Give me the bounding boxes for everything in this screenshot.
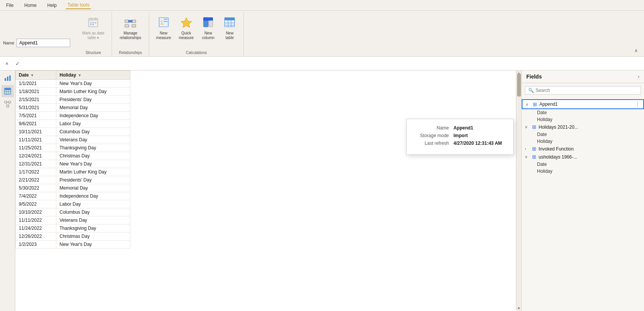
field-item-label-Holiday: Holiday: [537, 169, 552, 174]
formula-input[interactable]: [25, 61, 641, 66]
menu-table-tools[interactable]: Table tools: [66, 2, 91, 9]
field-table-name-1: Holidays 2021-20...: [539, 124, 641, 130]
cell-holiday: New Year's Day: [56, 160, 130, 168]
data-table-container[interactable]: Date ▼ Holiday ▼ 1/1/2021: [15, 70, 516, 311]
cell-date: 7/5/2021: [16, 112, 56, 120]
manage-relationships-button[interactable]: Manage relationships: [117, 15, 144, 41]
quick-measure-icon: [180, 16, 192, 30]
table-row: 1/2/2023 New Year's Day: [16, 241, 130, 249]
table-row: 2/15/2021 Presidents' Day: [16, 96, 130, 104]
fields-search-input[interactable]: [536, 88, 637, 93]
table-row: 9/5/2022 Labor Day: [16, 200, 130, 208]
fields-search-bar[interactable]: 🔍: [525, 86, 641, 95]
new-table-label: Newtable: [225, 31, 234, 40]
svg-rect-22: [204, 18, 213, 20]
new-column-label: Newcolumn: [202, 31, 214, 40]
tooltip-name-label: Name: [414, 125, 449, 131]
table-row: 12/31/2021 New Year's Day: [16, 160, 130, 168]
formula-confirm-button[interactable]: ✓: [14, 61, 21, 67]
col-date-header[interactable]: Date ▼: [16, 71, 56, 80]
date-filter-icon[interactable]: ▼: [30, 73, 34, 77]
field-item-Date[interactable]: Date: [522, 131, 644, 138]
manage-relationships-label: Manage relationships: [119, 31, 142, 40]
cell-date: 10/11/2021: [16, 128, 56, 136]
field-table-1[interactable]: ∨ ⊞ Holidays 2021-20...: [522, 123, 644, 131]
table-row: 2/21/2022 Presidents' Day: [16, 176, 130, 184]
chevron-icon-2: ›: [525, 147, 529, 151]
field-item-Holiday[interactable]: Holiday: [522, 138, 644, 145]
field-item-Date[interactable]: Date: [522, 161, 644, 168]
table-options-0[interactable]: ⋮: [635, 101, 640, 107]
cell-holiday: Veterans Day: [56, 136, 130, 144]
new-column-button[interactable]: Newcolumn: [199, 15, 217, 41]
table-row: 11/11/2021 Veterans Day: [16, 136, 130, 144]
cell-date: 12/31/2021: [16, 160, 56, 168]
cell-date: 11/24/2022: [16, 224, 56, 232]
tooltip-refresh-label: Last refresh: [414, 141, 449, 146]
svg-rect-7: [90, 24, 92, 25]
new-measure-button[interactable]: Σ Newmeasure: [154, 15, 173, 41]
menu-home[interactable]: Home: [23, 2, 38, 9]
field-item-Holiday[interactable]: Holiday: [522, 116, 644, 123]
table-row: 10/10/2022 Columbus Day: [16, 208, 130, 216]
field-table-0[interactable]: ∨ ⊞ Append1 ⋮: [522, 99, 644, 109]
data-view-icon[interactable]: [2, 85, 14, 97]
table-row: 5/30/2022 Memorial Day: [16, 184, 130, 192]
scroll-thumb[interactable]: [517, 74, 521, 97]
cell-holiday: Martin Luther King Day: [56, 168, 130, 176]
ribbon-group-structure-buttons: Mark as date table ▾: [79, 14, 107, 51]
table-scrollbar[interactable]: ▲ ▼: [516, 70, 521, 311]
field-table-name-3: usholidays 1966-...: [539, 154, 641, 160]
main-area: Date ▼ Holiday ▼ 1/1/2021: [0, 70, 644, 311]
left-panel: [0, 70, 15, 311]
mark-date-table-button[interactable]: Mark as date table ▾: [79, 15, 107, 41]
field-item-Date[interactable]: Date: [522, 109, 644, 116]
menu-bar: File Home Help Table tools: [0, 0, 644, 11]
ribbon-group-structure: Mark as date table ▾ Structure: [75, 12, 112, 56]
mark-date-table-label: Mark as date table ▾: [82, 31, 105, 40]
table-row: 7/5/2021 Independence Day: [16, 112, 130, 120]
tooltip-storage-label: Storage mode: [414, 133, 449, 138]
field-item-Holiday[interactable]: Holiday: [522, 168, 644, 175]
svg-rect-33: [5, 88, 11, 90]
structure-group-label: Structure: [85, 51, 101, 56]
ribbon: Name Mar: [0, 11, 644, 57]
field-table-2[interactable]: › ⊞ Invoked Function: [522, 145, 644, 153]
cell-date: 2/15/2021: [16, 96, 56, 104]
relationships-group-label: Relationships: [119, 51, 142, 56]
ribbon-group-calc-buttons: Σ Newmeasure Quickmeasure: [154, 14, 239, 51]
table-row: 7/4/2022 Independence Day: [16, 192, 130, 200]
cell-holiday: Christmas Day: [56, 232, 130, 241]
table-row: 11/25/2021 Thanksgiving Day: [16, 144, 130, 152]
field-table-3[interactable]: ∨ ⊞ usholidays 1966-...: [522, 153, 644, 161]
fields-toggle-button[interactable]: ›: [638, 74, 639, 79]
menu-file[interactable]: File: [5, 2, 15, 9]
svg-rect-6: [95, 22, 96, 23]
new-table-button[interactable]: Newtable: [220, 15, 239, 41]
scroll-down-arrow[interactable]: ▼: [516, 306, 521, 310]
cell-date: 1/18/2021: [16, 88, 56, 96]
cell-holiday: Thanksgiving Day: [56, 144, 130, 152]
field-table-name-0: Append1: [539, 101, 633, 107]
col-holiday-header[interactable]: Holiday ▼: [56, 71, 130, 80]
formula-cancel-button[interactable]: ×: [3, 61, 11, 67]
cell-date: 1/1/2021: [16, 80, 56, 88]
svg-rect-13: [125, 25, 129, 27]
ribbon-collapse[interactable]: ∧: [634, 48, 641, 56]
table-row: 5/31/2021 Memorial Day: [16, 104, 130, 112]
column-icon: [202, 16, 214, 30]
name-input[interactable]: [16, 39, 70, 47]
chart-view-icon[interactable]: [2, 72, 14, 84]
table-icon: [223, 16, 236, 30]
svg-line-41: [6, 103, 8, 105]
cell-holiday: New Year's Day: [56, 241, 130, 249]
cell-holiday: Thanksgiving Day: [56, 224, 130, 232]
field-item-label-Date: Date: [537, 162, 547, 167]
table-row: 1/17/2022 Martin Luther King Day: [16, 168, 130, 176]
menu-help[interactable]: Help: [46, 2, 58, 9]
holiday-filter-icon[interactable]: ▼: [78, 73, 82, 77]
cell-holiday: Memorial Day: [56, 104, 130, 112]
model-view-icon[interactable]: [2, 98, 14, 110]
quick-measure-button[interactable]: Quickmeasure: [176, 15, 196, 41]
tooltip-name-value: Append1: [453, 125, 473, 131]
